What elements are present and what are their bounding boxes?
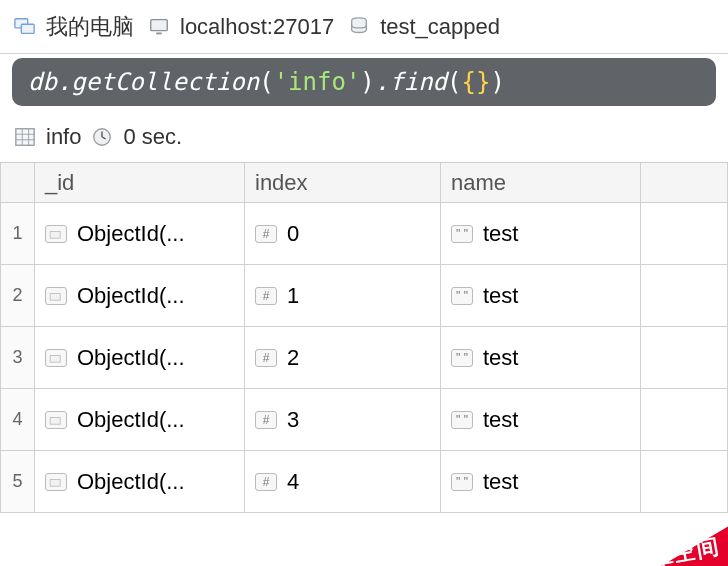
query-method-1: getCollection: [71, 68, 259, 96]
svg-rect-1: [21, 24, 34, 33]
string-type-icon: " ": [451, 287, 473, 305]
breadcrumb-database-label: test_capped: [380, 14, 500, 40]
string-type-icon: " ": [451, 349, 473, 367]
svg-rect-22: [50, 479, 60, 486]
breadcrumb-computer-label: 我的电脑: [46, 12, 134, 42]
object-type-icon: [45, 225, 67, 243]
object-type-icon: [45, 287, 67, 305]
result-table: _id index name 1ObjectId(...#0" "test2Ob…: [0, 162, 728, 513]
cell-index[interactable]: #2: [245, 327, 441, 389]
number-type-icon: #: [255, 225, 277, 243]
cell-id-value: ObjectId(...: [77, 469, 185, 495]
svg-rect-18: [50, 355, 60, 362]
query-arg: 'info': [274, 68, 361, 96]
number-type-icon: #: [255, 287, 277, 305]
svg-rect-16: [50, 293, 60, 300]
string-type-icon: " ": [451, 411, 473, 429]
cell-name[interactable]: " "test: [441, 389, 641, 451]
cell-id-value: ObjectId(...: [77, 221, 185, 247]
status-bar: info 0 sec.: [0, 112, 728, 162]
cell-id[interactable]: ObjectId(...: [35, 265, 245, 327]
column-header-extra: [641, 163, 728, 203]
query-db-prefix: db: [28, 68, 57, 96]
object-type-icon: [45, 411, 67, 429]
svg-rect-20: [50, 417, 60, 424]
number-type-icon: #: [255, 411, 277, 429]
svg-rect-3: [156, 32, 162, 34]
cell-index-value: 3: [287, 407, 299, 433]
breadcrumb-computer[interactable]: 我的电脑: [14, 12, 134, 42]
cell-name-value: test: [483, 407, 518, 433]
table-row[interactable]: 1ObjectId(...#0" "test: [1, 203, 728, 265]
rownum-header: [1, 163, 35, 203]
row-number: 5: [1, 451, 35, 513]
column-header-index[interactable]: index: [245, 163, 441, 203]
row-number: 2: [1, 265, 35, 327]
table-row[interactable]: 2ObjectId(...#1" "test: [1, 265, 728, 327]
cell-name[interactable]: " "test: [441, 327, 641, 389]
cell-id[interactable]: ObjectId(...: [35, 389, 245, 451]
row-number: 3: [1, 327, 35, 389]
breadcrumb-database[interactable]: test_capped: [348, 14, 500, 40]
cell-name-value: test: [483, 283, 518, 309]
watermark: WWW.94IP.COM IT运维空间: [518, 476, 728, 566]
cell-index-value: 1: [287, 283, 299, 309]
cell-index[interactable]: #1: [245, 265, 441, 327]
table-row[interactable]: 4ObjectId(...#3" "test: [1, 389, 728, 451]
cell-extra: [641, 203, 728, 265]
number-type-icon: #: [255, 349, 277, 367]
cell-index-value: 4: [287, 469, 299, 495]
breadcrumb-host[interactable]: localhost:27017: [148, 14, 334, 40]
computer-icon: [14, 16, 36, 38]
clock-icon: [91, 126, 113, 148]
cell-id-value: ObjectId(...: [77, 345, 185, 371]
cell-extra: [641, 265, 728, 327]
cell-name-value: test: [483, 221, 518, 247]
string-type-icon: " ": [451, 225, 473, 243]
cell-index[interactable]: #4: [245, 451, 441, 513]
cell-index-value: 0: [287, 221, 299, 247]
row-number: 1: [1, 203, 35, 265]
object-type-icon: [45, 473, 67, 491]
object-type-icon: [45, 349, 67, 367]
column-header-name[interactable]: name: [441, 163, 641, 203]
breadcrumb-host-label: localhost:27017: [180, 14, 334, 40]
cell-index[interactable]: #3: [245, 389, 441, 451]
svg-rect-2: [151, 19, 168, 30]
database-icon: [348, 16, 370, 38]
cell-id-value: ObjectId(...: [77, 407, 185, 433]
host-icon: [148, 16, 170, 38]
breadcrumb: 我的电脑 localhost:27017 test_capped: [0, 0, 728, 54]
row-number: 4: [1, 389, 35, 451]
column-header-id[interactable]: _id: [35, 163, 245, 203]
cell-id-value: ObjectId(...: [77, 283, 185, 309]
cell-index[interactable]: #0: [245, 203, 441, 265]
cell-extra: [641, 389, 728, 451]
svg-rect-14: [50, 231, 60, 238]
cell-name[interactable]: " "test: [441, 265, 641, 327]
number-type-icon: #: [255, 473, 277, 491]
query-arg2-open: {: [462, 68, 476, 96]
cell-name-value: test: [483, 469, 518, 495]
table-view-icon[interactable]: [14, 126, 36, 148]
query-time: 0 sec.: [123, 124, 182, 150]
query-method-2: find: [389, 68, 447, 96]
query-arg2-close: }: [476, 68, 490, 96]
cell-extra: [641, 327, 728, 389]
cell-id[interactable]: ObjectId(...: [35, 327, 245, 389]
table-row[interactable]: 3ObjectId(...#2" "test: [1, 327, 728, 389]
collection-name: info: [46, 124, 81, 150]
string-type-icon: " ": [451, 473, 473, 491]
cell-name-value: test: [483, 345, 518, 371]
cell-index-value: 2: [287, 345, 299, 371]
cell-id[interactable]: ObjectId(...: [35, 203, 245, 265]
cell-id[interactable]: ObjectId(...: [35, 451, 245, 513]
cell-name[interactable]: " "test: [441, 203, 641, 265]
svg-rect-5: [16, 129, 34, 146]
query-bar[interactable]: db.getCollection('info').find({}): [12, 58, 716, 106]
